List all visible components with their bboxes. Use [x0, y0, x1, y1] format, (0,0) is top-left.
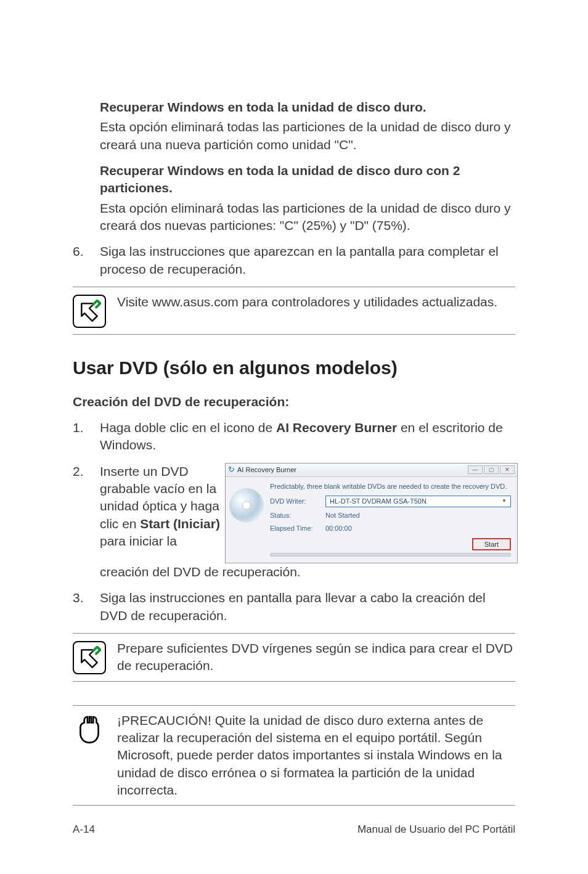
minimize-button[interactable]: — — [468, 465, 483, 474]
option-a-body: Esta opción eliminará todas las particio… — [100, 118, 515, 153]
start-button[interactable]: Start — [472, 538, 511, 550]
step-2-continuation: creación del DVD de recuperación. — [100, 563, 518, 581]
note-prepare-dvd: Prepare suficientes DVD vírgenes según s… — [117, 640, 515, 675]
step-6-text: Siga las instrucciones que aparezcan en … — [100, 243, 515, 278]
step-2-text-left: Inserte un DVD grabable vacío en la unid… — [100, 463, 220, 550]
window-title: AI Recovery Burner — [237, 465, 296, 475]
step-3-number: 3. — [73, 589, 100, 624]
status-label: Status: — [270, 511, 325, 520]
disc-icon — [229, 488, 264, 523]
step-1-text: Haga doble clic en el icono de AI Recove… — [100, 419, 515, 454]
step-6-number: 6. — [73, 243, 100, 278]
subtitle: Creación del DVD de recuperación: — [73, 393, 515, 410]
writer-dropdown[interactable]: HL-DT-ST DVDRAM GSA-T50N ▼ — [325, 496, 511, 507]
writer-label: DVD Writer: — [270, 497, 325, 506]
footer-label: Manual de Usuario del PC Portátil — [357, 823, 515, 836]
option-b-body: Esta opción eliminará todas las particio… — [100, 200, 515, 235]
note-asus: Visite www.asus.com para controladores y… — [117, 293, 515, 311]
note-icon — [73, 295, 106, 328]
elapsed-value: 00:00:00 — [325, 524, 352, 533]
step-1-number: 1. — [73, 419, 100, 454]
page-number: A-14 — [73, 823, 95, 836]
recovery-icon: ↻ — [228, 464, 235, 475]
section-title: Usar DVD (sólo en algunos modelos) — [73, 356, 515, 381]
option-b-title: Recuperar Windows en toda la unidad de d… — [100, 162, 515, 197]
progress-bar — [270, 553, 511, 557]
chevron-down-icon: ▼ — [502, 498, 507, 505]
caution-icon — [73, 713, 106, 746]
step-2-number: 2. — [73, 463, 100, 581]
option-a-title: Recuperar Windows en toda la unidad de d… — [100, 99, 515, 116]
step-3-text: Siga las instrucciones en pantalla para … — [100, 589, 515, 624]
status-value: Not Started — [325, 511, 360, 520]
predict-text: Predictably, three blank writable DVDs a… — [270, 482, 511, 491]
note-icon — [73, 641, 106, 674]
recovery-burner-window: ↻ AI Recovery Burner — ▢ ✕ Predictably, … — [225, 463, 518, 563]
caution-text: ¡PRECAUCIÓN! Quite la unidad de disco du… — [117, 712, 515, 799]
elapsed-label: Elapsed Time: — [270, 524, 325, 533]
maximize-button[interactable]: ▢ — [484, 465, 499, 474]
close-button[interactable]: ✕ — [500, 465, 515, 474]
